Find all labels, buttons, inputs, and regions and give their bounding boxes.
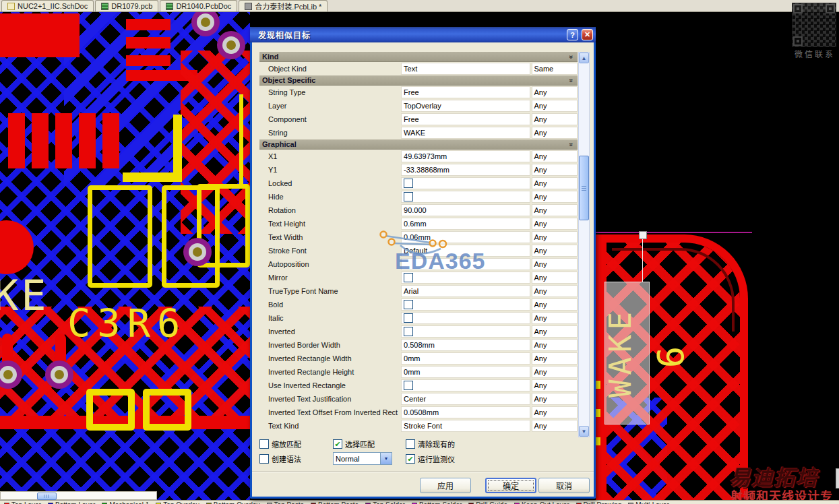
match-mode-field[interactable]: Any (532, 352, 578, 365)
dialog-button[interactable]: 取消 (538, 478, 590, 493)
value-checkbox[interactable] (404, 381, 413, 390)
match-mode-field[interactable]: Any (532, 258, 578, 270)
property-value-field[interactable] (401, 177, 530, 189)
property-value-field[interactable]: Arial (401, 285, 530, 297)
value-checkbox[interactable] (404, 327, 413, 336)
pcb-canvas-right[interactable]: WAKE 6 (596, 11, 839, 504)
match-mode-field[interactable]: Any (532, 406, 578, 418)
property-value-field[interactable]: TopOverlay (401, 100, 530, 112)
property-value-field[interactable] (401, 312, 530, 324)
option-checkbox-item[interactable]: 缩放匹配 (259, 439, 301, 449)
horizontal-scrollbar-thumb[interactable] (37, 493, 57, 500)
option-checkbox[interactable] (259, 454, 269, 464)
layer-tab[interactable]: Top Paste (267, 501, 304, 504)
section-header[interactable]: Graphical» (259, 139, 578, 150)
property-value-field[interactable]: 0.508mm (401, 339, 530, 351)
property-value-field[interactable] (401, 379, 530, 391)
property-value-field[interactable]: 0mm (401, 366, 530, 378)
match-mode-field[interactable]: Any (532, 298, 578, 311)
layer-tab[interactable]: Bottom Paste (311, 501, 359, 504)
collapse-chevron-icon[interactable]: » (568, 78, 576, 82)
match-mode-field[interactable]: Any (532, 218, 578, 230)
property-value-field[interactable] (401, 272, 530, 284)
property-value-field[interactable]: 0.06mm (401, 231, 530, 243)
property-value-field[interactable] (401, 298, 530, 311)
match-mode-field[interactable]: Any (532, 325, 578, 338)
value-checkbox[interactable] (404, 273, 413, 282)
match-mode-field[interactable]: Any (532, 339, 578, 351)
silk-text-6[interactable]: 6 (653, 346, 689, 369)
layer-tab[interactable]: Keep-Out Layer (514, 501, 569, 504)
help-button[interactable]: ? (567, 29, 578, 40)
collapse-chevron-icon[interactable]: » (568, 55, 576, 59)
property-value-field[interactable]: -33.38868mm (401, 164, 530, 176)
layer-tab[interactable]: Top Solder (365, 501, 405, 504)
section-header[interactable]: Kind» (259, 52, 578, 62)
dialog-button[interactable]: 应用 (420, 478, 471, 493)
horizontal-scrollbar[interactable] (0, 491, 157, 500)
match-mode-field[interactable]: Any (532, 164, 578, 176)
property-value-field[interactable]: WAKE (401, 127, 530, 139)
dialog-button[interactable]: 确定 (485, 478, 536, 493)
option-checkbox[interactable]: ✔ (333, 439, 342, 449)
silk-text-partial[interactable]: KE (0, 275, 49, 317)
match-mode-field[interactable]: Any (532, 127, 578, 139)
pcb-canvas-left[interactable]: KE C3R6 (0, 11, 250, 504)
match-mode-field[interactable]: Any (532, 393, 578, 405)
layer-tab[interactable]: Multi-Layer (628, 501, 669, 504)
value-checkbox[interactable] (404, 313, 413, 323)
scrollbar-thumb[interactable] (579, 156, 589, 220)
layer-tab[interactable]: Drill Drawing (576, 501, 622, 504)
selection-handle[interactable] (639, 231, 647, 239)
option-checkbox[interactable]: ✔ (406, 454, 415, 464)
match-mode-field[interactable]: Any (532, 420, 578, 432)
layer-tab[interactable]: Drill Guide (468, 501, 507, 504)
match-mode-field[interactable]: Any (532, 366, 578, 378)
via[interactable] (222, 36, 240, 54)
match-mode-field[interactable]: Any (532, 191, 578, 203)
property-value-field[interactable]: 49.63973mm (401, 150, 530, 162)
match-mode-field[interactable]: Any (532, 272, 578, 284)
via[interactable] (197, 13, 214, 31)
property-value-field[interactable]: Free (401, 86, 530, 98)
property-value-field[interactable] (401, 325, 530, 338)
match-mode-dropdown[interactable]: Normal ▼ (333, 452, 392, 465)
match-mode-field[interactable]: Any (532, 245, 578, 257)
layer-tab[interactable]: Bottom Layer (48, 501, 95, 504)
scroll-up-button[interactable]: ▲ (579, 53, 589, 63)
property-value-field[interactable]: Default (401, 245, 530, 257)
layer-tab[interactable]: Bottom Solder (412, 501, 462, 504)
via[interactable] (51, 366, 68, 383)
silk-text-designator[interactable]: C3R6 (67, 305, 187, 343)
property-value-field[interactable]: Center (401, 393, 530, 405)
match-mode-field[interactable]: Any (532, 231, 578, 243)
via[interactable] (189, 243, 206, 261)
option-checkbox-item[interactable]: ✔运行监测仪 (406, 453, 455, 464)
match-mode-field[interactable]: Same (532, 63, 578, 75)
property-value-field[interactable]: 0mm (401, 352, 530, 365)
match-mode-field[interactable]: Any (532, 177, 578, 189)
match-mode-field[interactable]: Any (532, 204, 578, 216)
property-value-field[interactable]: 90.000 (401, 204, 530, 216)
property-value-field[interactable]: 0.0508mm (401, 406, 530, 418)
layer-tab[interactable]: Mechanical 1 (102, 501, 149, 504)
document-tab[interactable]: NUC2+1_IIC.SchDoc (1, 0, 94, 11)
match-mode-field[interactable]: Any (532, 100, 578, 112)
property-value-field[interactable]: Stroke Font (401, 420, 530, 432)
chevron-down-icon[interactable]: ▼ (380, 453, 392, 464)
layer-tab[interactable]: Top Overlay (156, 501, 199, 504)
close-button[interactable]: ✕ (582, 29, 593, 40)
collapse-chevron-icon[interactable]: » (568, 142, 576, 146)
document-tab[interactable]: 合力泰封装.PcbLib * (239, 0, 328, 11)
match-mode-field[interactable]: Any (532, 312, 578, 324)
layer-tab[interactable]: Bottom Overlay (206, 501, 260, 504)
property-value-field[interactable]: 0.6mm (401, 218, 530, 230)
property-value-field[interactable] (401, 191, 530, 203)
property-value-field[interactable]: Text (401, 63, 530, 75)
value-checkbox[interactable] (404, 179, 413, 188)
match-mode-field[interactable]: Any (532, 379, 578, 391)
section-header[interactable]: Object Specific» (259, 75, 578, 86)
selected-silk-text[interactable]: WAKE (606, 284, 648, 421)
scroll-down-button[interactable]: ▼ (579, 426, 589, 437)
property-value-field[interactable]: Free (401, 113, 530, 125)
